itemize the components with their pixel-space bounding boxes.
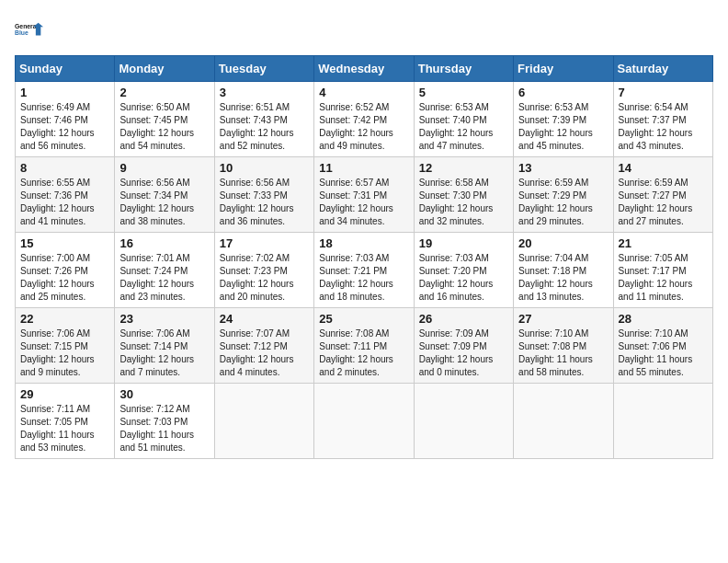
calendar-cell: 9Sunrise: 6:56 AM Sunset: 7:34 PM Daylig… [115, 157, 214, 233]
day-info: Sunrise: 6:49 AM Sunset: 7:46 PM Dayligh… [20, 101, 109, 153]
calendar-cell [613, 384, 712, 459]
day-info: Sunrise: 6:57 AM Sunset: 7:31 PM Dayligh… [319, 177, 408, 228]
day-info: Sunrise: 6:56 AM Sunset: 7:33 PM Dayligh… [220, 177, 309, 228]
day-number: 2 [119, 86, 209, 99]
calendar-week-row: 29Sunrise: 7:11 AM Sunset: 7:05 PM Dayli… [16, 384, 713, 459]
day-number: 13 [518, 161, 608, 175]
day-info: Sunrise: 7:03 AM Sunset: 7:20 PM Dayligh… [419, 252, 508, 304]
day-info: Sunrise: 6:58 AM Sunset: 7:30 PM Dayligh… [419, 177, 508, 228]
calendar-cell: 18Sunrise: 7:03 AM Sunset: 7:21 PM Dayli… [314, 233, 414, 308]
day-number: 7 [619, 86, 708, 99]
day-number: 27 [518, 312, 608, 326]
day-info: Sunrise: 7:10 AM Sunset: 7:06 PM Dayligh… [619, 327, 708, 379]
calendar-day-header: Friday [514, 56, 613, 82]
day-info: Sunrise: 6:51 AM Sunset: 7:43 PM Dayligh… [220, 101, 309, 153]
day-info: Sunrise: 6:50 AM Sunset: 7:45 PM Dayligh… [119, 101, 209, 153]
calendar-cell: 15Sunrise: 7:00 AM Sunset: 7:26 PM Dayli… [16, 233, 115, 308]
day-info: Sunrise: 7:10 AM Sunset: 7:08 PM Dayligh… [518, 327, 608, 379]
day-number: 12 [419, 161, 508, 175]
calendar-cell: 14Sunrise: 6:59 AM Sunset: 7:27 PM Dayli… [613, 157, 712, 233]
day-info: Sunrise: 7:12 AM Sunset: 7:03 PM Dayligh… [119, 403, 209, 454]
day-info: Sunrise: 7:04 AM Sunset: 7:18 PM Dayligh… [518, 252, 608, 304]
day-info: Sunrise: 7:01 AM Sunset: 7:24 PM Dayligh… [119, 252, 209, 304]
day-info: Sunrise: 7:09 AM Sunset: 7:09 PM Dayligh… [419, 327, 508, 379]
day-number: 14 [619, 161, 708, 175]
calendar-week-row: 1Sunrise: 6:49 AM Sunset: 7:46 PM Daylig… [16, 82, 713, 157]
calendar-cell: 3Sunrise: 6:51 AM Sunset: 7:43 PM Daylig… [214, 82, 313, 157]
calendar-cell: 7Sunrise: 6:54 AM Sunset: 7:37 PM Daylig… [613, 82, 712, 157]
day-info: Sunrise: 7:00 AM Sunset: 7:26 PM Dayligh… [20, 252, 109, 304]
day-info: Sunrise: 7:08 AM Sunset: 7:11 PM Dayligh… [319, 327, 408, 379]
calendar-cell: 21Sunrise: 7:05 AM Sunset: 7:17 PM Dayli… [613, 233, 712, 308]
calendar-cell: 30Sunrise: 7:12 AM Sunset: 7:03 PM Dayli… [115, 384, 214, 459]
calendar-cell: 2Sunrise: 6:50 AM Sunset: 7:45 PM Daylig… [115, 82, 214, 157]
day-info: Sunrise: 7:05 AM Sunset: 7:17 PM Dayligh… [619, 252, 708, 304]
calendar-cell: 23Sunrise: 7:06 AM Sunset: 7:14 PM Dayli… [115, 308, 214, 384]
day-number: 11 [319, 161, 408, 175]
calendar-cell: 20Sunrise: 7:04 AM Sunset: 7:18 PM Dayli… [514, 233, 613, 308]
calendar-cell: 17Sunrise: 7:02 AM Sunset: 7:23 PM Dayli… [214, 233, 313, 308]
calendar-cell [514, 384, 613, 459]
calendar-day-header: Monday [115, 56, 214, 82]
svg-text:Blue: Blue [15, 29, 28, 36]
calendar-day-header: Wednesday [314, 56, 414, 82]
calendar-body: 1Sunrise: 6:49 AM Sunset: 7:46 PM Daylig… [16, 82, 713, 459]
day-info: Sunrise: 7:06 AM Sunset: 7:14 PM Dayligh… [119, 327, 209, 379]
calendar-cell: 26Sunrise: 7:09 AM Sunset: 7:09 PM Dayli… [414, 308, 513, 384]
calendar-cell: 12Sunrise: 6:58 AM Sunset: 7:30 PM Dayli… [414, 157, 513, 233]
day-number: 3 [220, 86, 309, 99]
calendar-cell: 28Sunrise: 7:10 AM Sunset: 7:06 PM Dayli… [613, 308, 712, 384]
day-number: 18 [319, 236, 408, 250]
day-info: Sunrise: 7:07 AM Sunset: 7:12 PM Dayligh… [220, 327, 309, 379]
calendar-cell [414, 384, 513, 459]
calendar-cell: 10Sunrise: 6:56 AM Sunset: 7:33 PM Dayli… [214, 157, 313, 233]
day-number: 29 [20, 387, 109, 401]
day-info: Sunrise: 7:06 AM Sunset: 7:15 PM Dayligh… [20, 327, 109, 379]
day-info: Sunrise: 6:59 AM Sunset: 7:29 PM Dayligh… [518, 177, 608, 228]
logo: GeneralBlue [15, 15, 44, 44]
calendar-week-row: 22Sunrise: 7:06 AM Sunset: 7:15 PM Dayli… [16, 308, 713, 384]
day-number: 22 [20, 312, 109, 326]
calendar-week-row: 15Sunrise: 7:00 AM Sunset: 7:26 PM Dayli… [16, 233, 713, 308]
day-info: Sunrise: 7:11 AM Sunset: 7:05 PM Dayligh… [20, 403, 109, 454]
day-number: 26 [419, 312, 508, 326]
day-info: Sunrise: 6:59 AM Sunset: 7:27 PM Dayligh… [619, 177, 708, 228]
calendar-cell [214, 384, 313, 459]
calendar-cell: 19Sunrise: 7:03 AM Sunset: 7:20 PM Dayli… [414, 233, 513, 308]
day-number: 9 [119, 161, 209, 175]
day-number: 8 [20, 161, 109, 175]
calendar-day-header: Tuesday [214, 56, 313, 82]
calendar-cell: 16Sunrise: 7:01 AM Sunset: 7:24 PM Dayli… [115, 233, 214, 308]
calendar-cell: 5Sunrise: 6:53 AM Sunset: 7:40 PM Daylig… [414, 82, 513, 157]
day-info: Sunrise: 6:56 AM Sunset: 7:34 PM Dayligh… [119, 177, 209, 228]
day-info: Sunrise: 6:53 AM Sunset: 7:40 PM Dayligh… [419, 101, 508, 153]
day-number: 10 [220, 161, 309, 175]
calendar-cell: 27Sunrise: 7:10 AM Sunset: 7:08 PM Dayli… [514, 308, 613, 384]
day-number: 19 [419, 236, 508, 250]
logo-icon: GeneralBlue [15, 15, 44, 44]
day-info: Sunrise: 6:54 AM Sunset: 7:37 PM Dayligh… [619, 101, 708, 153]
calendar-day-header: Saturday [613, 56, 712, 82]
calendar-day-header: Thursday [414, 56, 513, 82]
day-number: 20 [518, 236, 608, 250]
day-info: Sunrise: 7:02 AM Sunset: 7:23 PM Dayligh… [220, 252, 309, 304]
calendar-cell: 22Sunrise: 7:06 AM Sunset: 7:15 PM Dayli… [16, 308, 115, 384]
calendar-header: SundayMondayTuesdayWednesdayThursdayFrid… [16, 56, 713, 82]
page-header: GeneralBlue [15, 15, 713, 44]
day-info: Sunrise: 6:52 AM Sunset: 7:42 PM Dayligh… [319, 101, 408, 153]
day-number: 30 [119, 387, 209, 401]
calendar-cell: 6Sunrise: 6:53 AM Sunset: 7:39 PM Daylig… [514, 82, 613, 157]
day-number: 4 [319, 86, 408, 99]
day-info: Sunrise: 6:53 AM Sunset: 7:39 PM Dayligh… [518, 101, 608, 153]
calendar-cell: 29Sunrise: 7:11 AM Sunset: 7:05 PM Dayli… [16, 384, 115, 459]
day-number: 17 [220, 236, 309, 250]
calendar-cell: 13Sunrise: 6:59 AM Sunset: 7:29 PM Dayli… [514, 157, 613, 233]
day-number: 21 [619, 236, 708, 250]
calendar-day-header: Sunday [16, 56, 115, 82]
calendar-cell: 25Sunrise: 7:08 AM Sunset: 7:11 PM Dayli… [314, 308, 414, 384]
day-number: 28 [619, 312, 708, 326]
day-number: 16 [119, 236, 209, 250]
calendar-table: SundayMondayTuesdayWednesdayThursdayFrid… [15, 55, 713, 459]
day-number: 5 [419, 86, 508, 99]
calendar-cell: 8Sunrise: 6:55 AM Sunset: 7:36 PM Daylig… [16, 157, 115, 233]
